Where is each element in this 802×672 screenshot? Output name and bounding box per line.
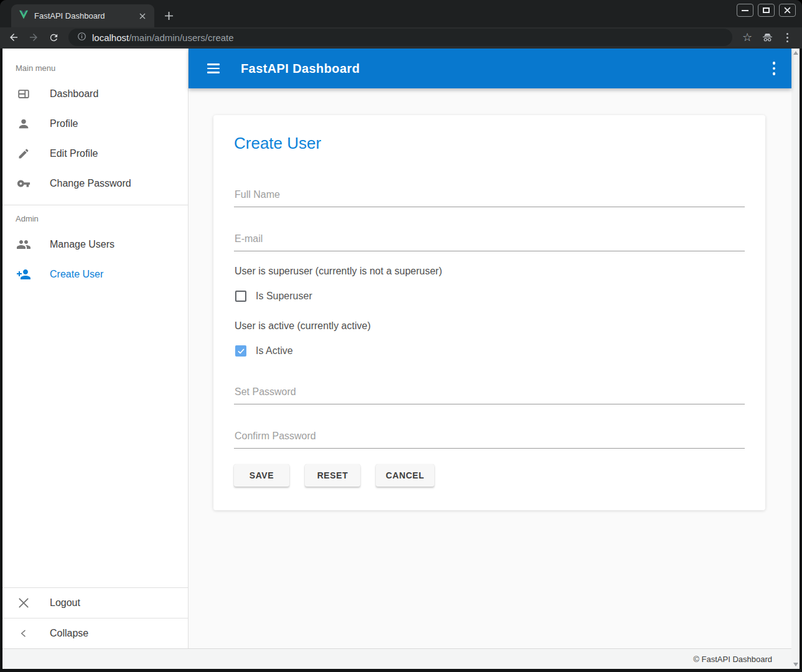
is-active-label: Is Active — [256, 345, 293, 357]
copyright-text: © FastAPI Dashboard — [693, 655, 772, 664]
sidebar-section-admin: Admin — [2, 205, 188, 230]
is-superuser-label: Is Superuser — [256, 291, 312, 302]
browser-tab[interactable]: FastAPI Dashboard — [11, 4, 154, 27]
full-name-field — [234, 189, 745, 207]
is-superuser-checkbox-row[interactable]: Is Superuser — [235, 291, 745, 302]
sidebar-item-label: Profile — [50, 118, 78, 129]
reload-icon[interactable] — [45, 29, 62, 46]
app-header: FastAPI Dashboard — [189, 49, 791, 88]
sidebar-item-label: Create User — [50, 269, 103, 280]
app-title: FastAPI Dashboard — [241, 62, 769, 76]
tab-title: FastAPI Dashboard — [34, 11, 131, 21]
close-button[interactable] — [779, 4, 796, 17]
scrollbar-up-arrow-icon[interactable] — [793, 51, 798, 55]
active-helper-text: User is active (currently active) — [235, 320, 745, 332]
sidebar-item-profile[interactable]: Profile — [2, 109, 188, 139]
is-active-checkbox[interactable] — [235, 345, 246, 357]
new-tab-button[interactable] — [159, 6, 178, 25]
pencil-icon — [16, 146, 31, 161]
url-host: localhost — [92, 32, 129, 43]
create-user-card: Create User User is superuser (currently… — [213, 115, 765, 510]
maximize-button[interactable] — [758, 4, 775, 17]
sidebar-spacer — [2, 289, 188, 587]
sidebar-item-label: Change Password — [50, 178, 131, 189]
bookmark-star-icon[interactable]: ☆ — [739, 29, 756, 46]
sidebar-item-collapse[interactable]: Collapse — [2, 618, 188, 648]
sidebar-section-main-menu: Main menu — [2, 49, 188, 79]
browser-toolbar: localhost/main/admin/users/create ☆ — [0, 27, 802, 49]
group-icon — [16, 237, 31, 252]
hamburger-menu-icon[interactable] — [202, 57, 225, 80]
is-superuser-checkbox[interactable] — [235, 291, 246, 302]
sidebar-item-manage-users[interactable]: Manage Users — [2, 230, 188, 259]
browser-titlebar: FastAPI Dashboard — [0, 0, 802, 27]
email-input[interactable] — [234, 233, 745, 251]
superuser-helper-text: User is superuser (currently is not a su… — [235, 266, 745, 277]
scrollbar-down-arrow-icon[interactable] — [793, 663, 798, 666]
set-password-field — [234, 386, 745, 404]
minimize-button[interactable] — [737, 4, 753, 17]
sidebar-item-logout[interactable]: Logout — [2, 588, 188, 618]
url-text[interactable]: localhost/main/admin/users/create — [92, 32, 234, 43]
url-path: /main/admin/users/create — [129, 32, 233, 43]
back-icon[interactable] — [5, 29, 22, 46]
sidebar-item-label: Dashboard — [50, 88, 98, 100]
app-footer: © FastAPI Dashboard — [2, 648, 791, 669]
sidebar-item-change-password[interactable]: Change Password — [2, 169, 188, 198]
page-title: Create User — [234, 134, 745, 153]
reset-button[interactable]: RESET — [305, 464, 360, 487]
save-button[interactable]: SAVE — [234, 464, 289, 487]
is-active-checkbox-row[interactable]: Is Active — [235, 345, 745, 357]
cancel-button[interactable]: CANCEL — [376, 464, 434, 487]
person-icon — [16, 116, 31, 131]
logout-close-icon — [16, 595, 31, 610]
sidebar-item-label: Manage Users — [50, 239, 114, 250]
sidebar-item-create-user[interactable]: Create User — [2, 259, 188, 289]
sidebar-item-label: Edit Profile — [50, 148, 98, 159]
confirm-password-field — [234, 431, 745, 449]
sidebar-item-dashboard[interactable]: Dashboard — [2, 79, 188, 109]
main-content: Create User User is superuser (currently… — [189, 88, 791, 648]
sidebar: Main menu Dashboard Profile — [2, 49, 189, 648]
sidebar-item-label: Logout — [50, 597, 80, 609]
email-field — [234, 233, 745, 251]
dashboard-icon — [16, 86, 31, 101]
page-scrollbar[interactable] — [791, 49, 800, 669]
person-add-icon — [16, 267, 31, 282]
forward-icon[interactable] — [25, 29, 42, 46]
sidebar-item-edit-profile[interactable]: Edit Profile — [2, 139, 188, 169]
tab-close-icon[interactable] — [137, 11, 148, 22]
form-buttons: SAVE RESET CANCEL — [234, 464, 745, 487]
browser-menu-kebab-icon[interactable] — [778, 29, 796, 46]
vue-favicon-icon — [19, 10, 29, 22]
window-controls — [737, 4, 796, 17]
site-info-icon[interactable] — [77, 32, 86, 44]
app-menu-kebab-icon[interactable] — [769, 58, 780, 79]
sidebar-item-label: Collapse — [50, 628, 88, 639]
chevron-left-icon — [16, 626, 31, 641]
full-name-input[interactable] — [234, 189, 745, 207]
key-icon — [16, 176, 31, 191]
browser-window: FastAPI Dashboard — [0, 0, 802, 672]
address-bar[interactable]: localhost/main/admin/users/create — [68, 29, 732, 46]
confirm-password-input[interactable] — [234, 431, 745, 449]
incognito-icon — [758, 29, 776, 46]
set-password-input[interactable] — [234, 386, 745, 404]
